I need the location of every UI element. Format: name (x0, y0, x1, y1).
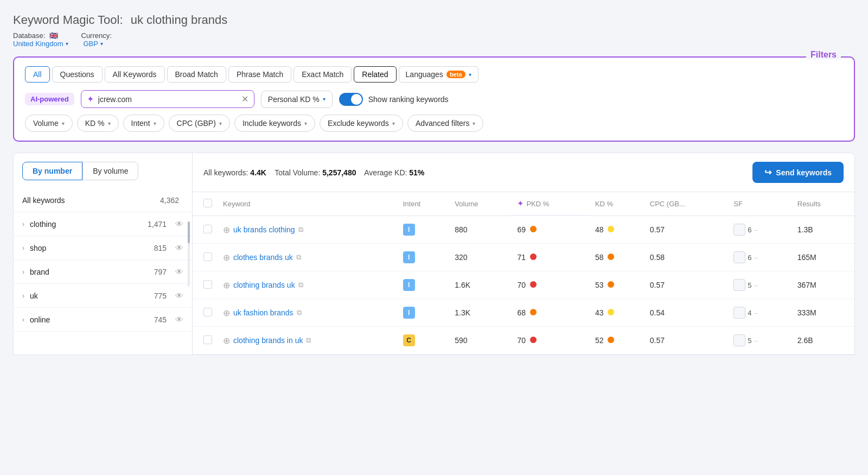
kd-chevron-icon: ▾ (108, 121, 111, 126)
toggle-wrap: Show ranking keywords (339, 93, 449, 106)
row4-copy-icon[interactable]: ⧉ (297, 308, 302, 317)
row1-checkbox[interactable] (203, 225, 212, 233)
row2-intent-cell: I (398, 244, 450, 271)
sidebar-item-uk[interactable]: › uk 775 👁 (14, 284, 192, 308)
table-body: ⊕ uk brands clothing ⧉ I 880 69 48 0.57 (193, 216, 854, 354)
tab-all[interactable]: All (25, 66, 50, 83)
database-value[interactable]: United Kingdom ▾ (13, 40, 68, 48)
personal-kd-label: Personal KD % (268, 95, 320, 104)
beta-badge: beta (446, 71, 465, 78)
row5-copy-icon[interactable]: ⧉ (306, 336, 311, 345)
sidebar-uk-eye-icon[interactable]: 👁 (175, 291, 183, 300)
sidebar-brand-label: brand (30, 268, 150, 276)
row3-add-icon[interactable]: ⊕ (223, 280, 230, 290)
row1-volume-cell: 880 (449, 216, 512, 244)
tab-broad-match[interactable]: Broad Match (167, 66, 226, 83)
sidebar-item-online[interactable]: › online 745 👁 (14, 308, 192, 332)
kd-filter-button[interactable]: KD % ▾ (77, 115, 119, 132)
all-keywords-label: All keywords: (203, 168, 250, 177)
table-row: ⊕ uk fashion brands ⧉ I 1.3K 68 43 0.54 (193, 299, 854, 327)
ai-domain-input[interactable] (98, 95, 237, 104)
tab-languages[interactable]: Languages beta ▾ (399, 66, 478, 83)
pkd-star-icon: ✦ (517, 199, 524, 208)
sidebar-tab-by-number[interactable]: By number (22, 162, 82, 180)
row5-sf-cell: 5-- (728, 327, 792, 354)
row4-keyword-link[interactable]: ⊕ uk fashion brands ⧉ (223, 308, 392, 318)
volume-filter-button[interactable]: Volume ▾ (25, 115, 73, 132)
sidebar-tab-by-volume[interactable]: By volume (82, 162, 138, 180)
row2-keyword-text: clothes brands uk (233, 253, 293, 262)
languages-chevron-icon: ▾ (469, 72, 471, 78)
row1-sf-icon[interactable] (733, 224, 745, 236)
row2-keyword-link[interactable]: ⊕ clothes brands uk ⧉ (223, 252, 392, 263)
tab-all-keywords[interactable]: All Keywords (105, 66, 165, 83)
intent-filter-button[interactable]: Intent ▾ (123, 115, 164, 132)
query-text: uk clothing brands (131, 13, 228, 27)
row4-pkd-cell: 68 (512, 299, 589, 327)
row5-checkbox[interactable] (203, 335, 212, 344)
row5-cpc-cell: 0.57 (644, 327, 729, 354)
row5-keyword-link[interactable]: ⊕ clothing brands in uk ⧉ (223, 335, 392, 346)
row3-checkbox[interactable] (203, 280, 212, 289)
table-header-bar: All keywords: 4.4K Total Volume: 5,257,4… (193, 153, 854, 192)
row4-add-icon[interactable]: ⊕ (223, 308, 230, 318)
currency-label: Currency: GBP ▾ (81, 31, 112, 48)
show-ranking-toggle[interactable] (339, 93, 363, 106)
cpc-filter-button[interactable]: CPC (GBP) ▾ (169, 115, 230, 132)
row2-copy-icon[interactable]: ⧉ (296, 253, 301, 262)
row2-checkbox[interactable] (203, 252, 212, 261)
sidebar-all-keywords-count: 4,362 (160, 196, 179, 205)
all-keywords-value: 4.4K (250, 168, 266, 177)
tab-phrase-match[interactable]: Phrase Match (228, 66, 291, 83)
row4-sf-icon[interactable] (733, 307, 745, 319)
row3-sf-icon[interactable] (733, 279, 745, 291)
ai-powered-badge: AI-powered (25, 93, 74, 105)
sidebar-online-count: 745 (154, 315, 167, 324)
ai-clear-icon[interactable]: ✕ (241, 94, 248, 104)
sidebar-item-shop[interactable]: › shop 815 👁 (14, 236, 192, 260)
row4-intent-cell: I (398, 299, 450, 327)
sidebar-brand-eye-icon[interactable]: 👁 (175, 267, 183, 276)
row1-copy-icon[interactable]: ⧉ (298, 225, 303, 234)
send-keywords-button[interactable]: ↪ Send keywords (752, 162, 844, 183)
row1-keyword-link[interactable]: ⊕ uk brands clothing ⧉ (223, 225, 392, 235)
tab-related[interactable]: Related (354, 66, 396, 83)
table-row: ⊕ clothes brands uk ⧉ I 320 71 58 0.58 (193, 244, 854, 271)
row3-copy-icon[interactable]: ⧉ (298, 281, 303, 289)
sidebar-item-all-keywords[interactable]: All keywords 4,362 (14, 189, 192, 212)
select-all-checkbox[interactable] (203, 199, 212, 207)
personal-kd-button[interactable]: Personal KD % ▾ (261, 91, 333, 108)
table-row: ⊕ uk brands clothing ⧉ I 880 69 48 0.57 (193, 216, 854, 244)
database-chevron-icon: ▾ (66, 41, 68, 47)
send-icon: ↪ (764, 167, 771, 178)
row5-add-icon[interactable]: ⊕ (223, 335, 230, 346)
tab-exact-match[interactable]: Exact Match (293, 66, 352, 83)
row4-kd-dot (608, 309, 614, 315)
row5-sf-icon[interactable] (733, 334, 745, 346)
row4-volume-cell: 1.3K (449, 299, 512, 327)
row2-sf-icon[interactable] (733, 251, 745, 263)
tab-questions[interactable]: Questions (52, 66, 103, 83)
sidebar-item-brand[interactable]: › brand 797 👁 (14, 260, 192, 284)
row1-results-cell: 1.3B (792, 216, 854, 244)
row2-add-icon[interactable]: ⊕ (223, 252, 230, 263)
page-header: Keyword Magic Tool: uk clothing brands D… (13, 13, 855, 48)
sidebar-item-clothing[interactable]: › clothing 1,471 👁 (14, 212, 192, 236)
sidebar-clothing-eye-icon[interactable]: 👁 (175, 219, 183, 229)
row1-add-icon[interactable]: ⊕ (223, 225, 230, 235)
flag-icon: 🇬🇧 (49, 31, 58, 40)
row2-kd-dot (608, 254, 614, 260)
sidebar-clothing-count: 1,471 (148, 220, 167, 229)
row1-intent-cell: I (398, 216, 450, 244)
advanced-filters-button[interactable]: Advanced filters ▾ (407, 115, 484, 132)
sidebar-online-eye-icon[interactable]: 👁 (175, 315, 183, 324)
col-cpc: CPC (GB... (644, 192, 729, 216)
table-header-row: Keyword Intent Volume ✦ PKD % KD % CPC (… (193, 192, 854, 216)
sidebar-shop-eye-icon[interactable]: 👁 (175, 243, 183, 252)
row4-checkbox[interactable] (203, 308, 212, 316)
intent-label: Intent (131, 119, 150, 128)
exclude-keywords-button[interactable]: Exclude keywords ▾ (320, 115, 403, 132)
row3-keyword-link[interactable]: ⊕ clothing brands uk ⧉ (223, 280, 392, 290)
include-keywords-button[interactable]: Include keywords ▾ (234, 115, 315, 132)
currency-value[interactable]: GBP ▾ (84, 40, 112, 48)
